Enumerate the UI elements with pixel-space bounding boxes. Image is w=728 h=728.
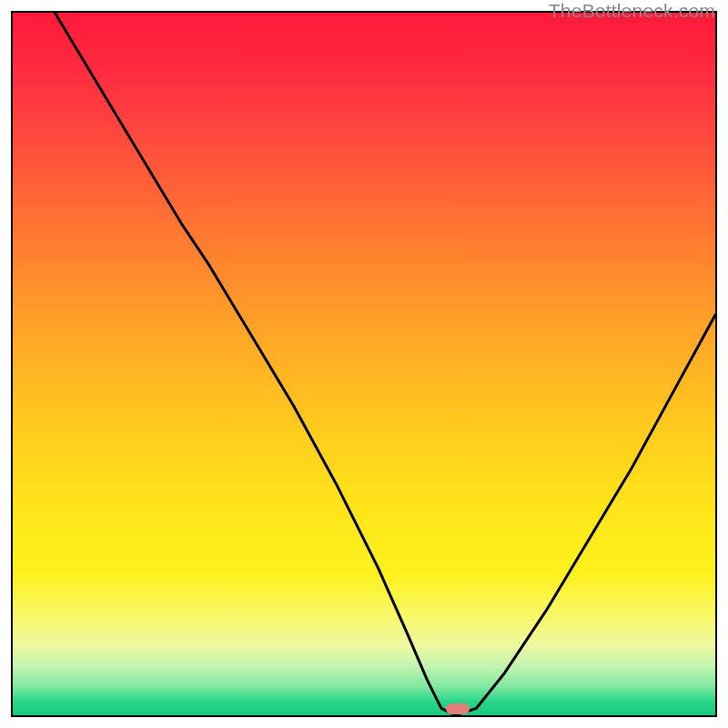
watermark-text: TheBottleneck.com	[549, 0, 715, 22]
bottleneck-curve	[13, 13, 715, 715]
chart-container: TheBottleneck.com	[0, 0, 728, 728]
optimal-point-marker	[446, 703, 470, 714]
plot-area	[11, 11, 717, 717]
